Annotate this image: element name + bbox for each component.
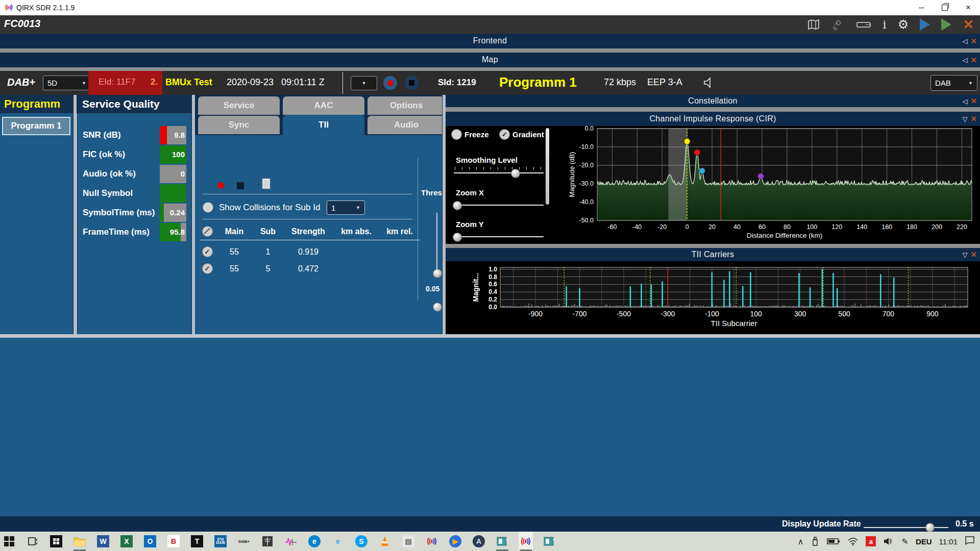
- wifi-icon[interactable]: [847, 537, 859, 546]
- pen-icon[interactable]: ✎: [901, 537, 908, 546]
- update-rate-slider-track[interactable]: [864, 527, 948, 528]
- constellation-panel-title: Constellation: [446, 96, 980, 106]
- antenna-tool-icon[interactable]: [260, 532, 275, 551]
- channel-select[interactable]: 5D▼: [43, 76, 91, 90]
- column-header[interactable]: Main: [216, 227, 252, 236]
- sub-id-select[interactable]: 1▼: [327, 201, 365, 215]
- close-panel-icon[interactable]: ✕: [970, 96, 977, 106]
- zoom-x-slider-track[interactable]: [454, 205, 544, 206]
- row-check-icon[interactable]: ✓: [198, 246, 216, 257]
- audacity-icon[interactable]: A: [472, 532, 486, 551]
- battery-icon[interactable]: [827, 537, 840, 545]
- word-icon[interactable]: W: [96, 532, 110, 551]
- smoothing-slider-handle[interactable]: [511, 169, 520, 178]
- collapse-left-icon[interactable]: ◁: [962, 97, 967, 105]
- band-select[interactable]: DAB▼: [930, 75, 977, 91]
- vlc-icon[interactable]: [378, 532, 392, 551]
- tuner-icon[interactable]: [856, 19, 871, 30]
- close-session-icon[interactable]: ✕: [963, 17, 974, 33]
- info-icon[interactable]: i: [883, 18, 886, 31]
- dab-plus-icon[interactable]: DAB+: [237, 532, 251, 551]
- column-header[interactable]: Sub: [252, 227, 284, 236]
- excel-icon[interactable]: X: [119, 532, 134, 551]
- minimize-button[interactable]: [910, 0, 933, 15]
- edge-icon[interactable]: e: [307, 532, 322, 551]
- internet-explorer-icon[interactable]: e: [331, 532, 345, 551]
- task-view-button[interactable]: [26, 532, 40, 551]
- scanner-app-icon[interactable]: ▤: [401, 532, 415, 551]
- audio-tool-icon[interactable]: [284, 532, 298, 551]
- play-secondary-icon[interactable]: [941, 18, 951, 31]
- start-button[interactable]: [2, 532, 16, 551]
- qirx-active-icon[interactable]: [519, 532, 533, 551]
- outlook-icon[interactable]: O: [143, 532, 157, 551]
- smoothing-slider-track[interactable]: [454, 172, 544, 173]
- column-header[interactable]: Strength: [284, 227, 333, 236]
- zoom-x-slider-handle[interactable]: [453, 201, 462, 210]
- tab-audio[interactable]: Audio: [368, 116, 445, 134]
- zoom-y-slider-handle[interactable]: [453, 233, 462, 242]
- stop-tii-button[interactable]: [237, 182, 244, 189]
- window-app2-icon[interactable]: [542, 532, 556, 551]
- close-panel-icon[interactable]: ✕: [970, 114, 977, 123]
- column-header[interactable]: km abs.: [333, 227, 380, 236]
- close-panel-icon[interactable]: ✕: [970, 37, 977, 46]
- select-all-icon[interactable]: [198, 226, 216, 237]
- table-row[interactable]: ✓5550.472: [198, 263, 426, 274]
- tab-tii[interactable]: TII: [283, 115, 364, 135]
- record-button[interactable]: [383, 76, 397, 90]
- stop-button[interactable]: [405, 76, 419, 90]
- close-panel-icon[interactable]: ✕: [970, 250, 977, 259]
- record-options-dropdown[interactable]: ▼: [351, 76, 377, 90]
- store-icon[interactable]: [49, 532, 63, 551]
- tmobile-app-icon[interactable]: T: [190, 532, 204, 551]
- svg-text:0.2: 0.2: [488, 296, 497, 303]
- collapse-down-icon[interactable]: ▽: [962, 115, 967, 123]
- secondary-slider-handle[interactable]: [433, 303, 442, 312]
- tab-aac[interactable]: AAC: [283, 96, 364, 115]
- usb-icon[interactable]: [811, 536, 820, 547]
- table-row[interactable]: ✓5510.919: [198, 246, 426, 257]
- bosch-app-icon[interactable]: B: [166, 532, 181, 551]
- file-explorer-icon[interactable]: [72, 532, 87, 551]
- qirx-icon[interactable]: [425, 532, 439, 551]
- notification-center-icon[interactable]: [965, 536, 975, 547]
- close-panel-icon[interactable]: ✕: [970, 56, 977, 65]
- dab-player-icon[interactable]: ((ϟ))DAB: [213, 532, 228, 551]
- column-header[interactable]: km rel.: [380, 227, 420, 236]
- keyboard-language[interactable]: DEU: [916, 537, 932, 546]
- tab-options[interactable]: Options: [368, 96, 445, 115]
- window-app-icon[interactable]: [495, 532, 509, 551]
- skype-icon[interactable]: S: [354, 532, 369, 551]
- gradient-checkbox[interactable]: ✓: [499, 129, 510, 140]
- tick-mark: [469, 167, 470, 170]
- satellite-icon[interactable]: [831, 18, 845, 31]
- volume-icon[interactable]: [883, 536, 894, 546]
- restore-button[interactable]: [933, 0, 957, 15]
- freeze-radio[interactable]: [451, 129, 462, 140]
- collapse-down-icon[interactable]: ▽: [962, 251, 967, 259]
- tab-sync[interactable]: Sync: [198, 116, 280, 134]
- zoom-y-slider-track[interactable]: [454, 236, 544, 237]
- play-primary-icon[interactable]: [920, 18, 930, 31]
- threshold-slider-handle[interactable]: [433, 269, 442, 278]
- media-player-icon[interactable]: ▶: [448, 532, 462, 551]
- document-icon[interactable]: [262, 178, 271, 192]
- close-button[interactable]: ×: [957, 0, 980, 15]
- collapse-left-icon[interactable]: ◁: [962, 37, 967, 45]
- row-check-icon[interactable]: ✓: [198, 263, 216, 274]
- clock[interactable]: 11:01: [939, 537, 958, 546]
- avira-icon[interactable]: a: [866, 536, 876, 546]
- show-collisions-radio[interactable]: [203, 202, 213, 213]
- threshold-slider-track[interactable]: [436, 213, 437, 274]
- collapse-left-icon[interactable]: ◁: [962, 56, 967, 64]
- tray-chevron-icon[interactable]: ∧: [798, 537, 804, 546]
- update-rate-slider-handle[interactable]: [925, 523, 935, 532]
- record-tii-button[interactable]: [217, 182, 224, 189]
- program-list-item[interactable]: Programm 1: [2, 117, 70, 135]
- cir-controls-scrollbar[interactable]: [546, 128, 549, 205]
- map-icon[interactable]: [807, 18, 820, 31]
- settings-icon[interactable]: ⚙: [898, 17, 909, 32]
- speaker-icon[interactable]: [702, 76, 716, 91]
- tab-service[interactable]: Service: [198, 96, 280, 115]
